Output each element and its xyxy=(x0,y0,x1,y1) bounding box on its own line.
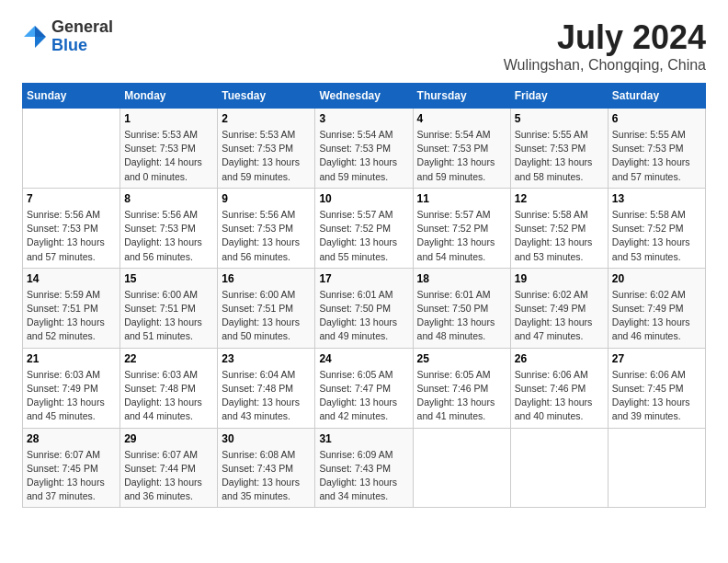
calendar-header-row: SundayMondayTuesdayWednesdayThursdayFrid… xyxy=(23,84,706,109)
calendar-cell: 27Sunrise: 6:06 AM Sunset: 7:45 PM Dayli… xyxy=(608,348,705,428)
day-info: Sunrise: 5:59 AM Sunset: 7:51 PM Dayligh… xyxy=(27,288,116,344)
calendar-cell: 24Sunrise: 6:05 AM Sunset: 7:47 PM Dayli… xyxy=(315,348,413,428)
day-number: 15 xyxy=(124,272,213,285)
title-area: July 2024 Wulingshan, Chongqing, China xyxy=(504,18,706,74)
day-number: 27 xyxy=(612,352,701,365)
day-number: 16 xyxy=(222,272,311,285)
calendar-cell: 7Sunrise: 5:56 AM Sunset: 7:53 PM Daylig… xyxy=(23,188,120,268)
day-number: 9 xyxy=(222,192,311,205)
day-number: 19 xyxy=(515,272,604,285)
day-number: 4 xyxy=(417,112,506,125)
calendar-cell: 26Sunrise: 6:06 AM Sunset: 7:46 PM Dayli… xyxy=(510,348,608,428)
day-info: Sunrise: 6:02 AM Sunset: 7:49 PM Dayligh… xyxy=(515,288,604,344)
day-number: 14 xyxy=(27,272,116,285)
calendar-cell: 12Sunrise: 5:58 AM Sunset: 7:52 PM Dayli… xyxy=(510,188,608,268)
day-number: 6 xyxy=(612,112,701,125)
day-info: Sunrise: 5:57 AM Sunset: 7:52 PM Dayligh… xyxy=(417,208,506,264)
calendar-cell: 5Sunrise: 5:55 AM Sunset: 7:53 PM Daylig… xyxy=(510,109,608,189)
day-number: 5 xyxy=(515,112,604,125)
calendar-cell: 16Sunrise: 6:00 AM Sunset: 7:51 PM Dayli… xyxy=(218,268,315,348)
day-number: 11 xyxy=(417,192,506,205)
day-info: Sunrise: 5:53 AM Sunset: 7:53 PM Dayligh… xyxy=(222,128,311,184)
day-number: 23 xyxy=(222,352,311,365)
day-info: Sunrise: 5:54 AM Sunset: 7:53 PM Dayligh… xyxy=(417,128,506,184)
week-row-2: 7Sunrise: 5:56 AM Sunset: 7:53 PM Daylig… xyxy=(23,188,706,268)
week-row-3: 14Sunrise: 5:59 AM Sunset: 7:51 PM Dayli… xyxy=(23,268,706,348)
main-title: July 2024 xyxy=(504,18,706,57)
svg-marker-1 xyxy=(35,37,46,48)
day-info: Sunrise: 5:58 AM Sunset: 7:52 PM Dayligh… xyxy=(612,208,701,264)
calendar-cell: 25Sunrise: 6:05 AM Sunset: 7:46 PM Dayli… xyxy=(413,348,510,428)
header-monday: Monday xyxy=(120,84,218,109)
header-tuesday: Tuesday xyxy=(218,84,315,109)
calendar-cell: 10Sunrise: 5:57 AM Sunset: 7:52 PM Dayli… xyxy=(315,188,413,268)
day-info: Sunrise: 5:57 AM Sunset: 7:52 PM Dayligh… xyxy=(319,208,408,264)
week-row-1: 1Sunrise: 5:53 AM Sunset: 7:53 PM Daylig… xyxy=(23,109,706,189)
calendar-cell: 11Sunrise: 5:57 AM Sunset: 7:52 PM Dayli… xyxy=(413,188,510,268)
calendar-cell: 1Sunrise: 5:53 AM Sunset: 7:53 PM Daylig… xyxy=(120,109,218,189)
day-number: 20 xyxy=(612,272,701,285)
day-info: Sunrise: 6:07 AM Sunset: 7:45 PM Dayligh… xyxy=(27,448,116,504)
day-info: Sunrise: 6:09 AM Sunset: 7:43 PM Dayligh… xyxy=(319,448,408,504)
logo: General Blue xyxy=(22,18,113,55)
day-info: Sunrise: 5:56 AM Sunset: 7:53 PM Dayligh… xyxy=(27,208,116,264)
calendar-cell: 9Sunrise: 5:56 AM Sunset: 7:53 PM Daylig… xyxy=(218,188,315,268)
day-number: 30 xyxy=(222,432,311,445)
calendar-cell: 20Sunrise: 6:02 AM Sunset: 7:49 PM Dayli… xyxy=(608,268,705,348)
day-info: Sunrise: 6:05 AM Sunset: 7:46 PM Dayligh… xyxy=(417,368,506,424)
day-info: Sunrise: 6:07 AM Sunset: 7:44 PM Dayligh… xyxy=(124,448,213,504)
day-number: 10 xyxy=(319,192,408,205)
day-info: Sunrise: 5:58 AM Sunset: 7:52 PM Dayligh… xyxy=(515,208,604,264)
calendar-cell xyxy=(510,428,608,508)
day-number: 7 xyxy=(27,192,116,205)
calendar-cell xyxy=(413,428,510,508)
calendar-cell: 22Sunrise: 6:03 AM Sunset: 7:48 PM Dayli… xyxy=(120,348,218,428)
day-info: Sunrise: 6:00 AM Sunset: 7:51 PM Dayligh… xyxy=(124,288,213,344)
day-info: Sunrise: 6:06 AM Sunset: 7:46 PM Dayligh… xyxy=(515,368,604,424)
day-number: 17 xyxy=(319,272,408,285)
day-number: 18 xyxy=(417,272,506,285)
day-number: 13 xyxy=(612,192,701,205)
calendar-cell: 4Sunrise: 5:54 AM Sunset: 7:53 PM Daylig… xyxy=(413,109,510,189)
calendar-cell xyxy=(608,428,705,508)
day-number: 25 xyxy=(417,352,506,365)
calendar-cell: 2Sunrise: 5:53 AM Sunset: 7:53 PM Daylig… xyxy=(218,109,315,189)
page-header: General Blue July 2024 Wulingshan, Chong… xyxy=(22,18,706,74)
header-saturday: Saturday xyxy=(608,84,705,109)
day-number: 3 xyxy=(319,112,408,125)
calendar-table: SundayMondayTuesdayWednesdayThursdayFrid… xyxy=(22,83,706,508)
day-number: 21 xyxy=(27,352,116,365)
day-info: Sunrise: 6:04 AM Sunset: 7:48 PM Dayligh… xyxy=(222,368,311,424)
header-wednesday: Wednesday xyxy=(315,84,413,109)
day-number: 2 xyxy=(222,112,311,125)
calendar-cell: 30Sunrise: 6:08 AM Sunset: 7:43 PM Dayli… xyxy=(218,428,315,508)
day-info: Sunrise: 6:02 AM Sunset: 7:49 PM Dayligh… xyxy=(612,288,701,344)
day-info: Sunrise: 6:06 AM Sunset: 7:45 PM Dayligh… xyxy=(612,368,701,424)
day-info: Sunrise: 6:01 AM Sunset: 7:50 PM Dayligh… xyxy=(319,288,408,344)
day-info: Sunrise: 6:00 AM Sunset: 7:51 PM Dayligh… xyxy=(222,288,311,344)
header-friday: Friday xyxy=(510,84,608,109)
day-info: Sunrise: 6:03 AM Sunset: 7:49 PM Dayligh… xyxy=(27,368,116,424)
calendar-cell: 21Sunrise: 6:03 AM Sunset: 7:49 PM Dayli… xyxy=(23,348,120,428)
header-thursday: Thursday xyxy=(413,84,510,109)
day-info: Sunrise: 5:56 AM Sunset: 7:53 PM Dayligh… xyxy=(222,208,311,264)
day-number: 22 xyxy=(124,352,213,365)
calendar-cell: 23Sunrise: 6:04 AM Sunset: 7:48 PM Dayli… xyxy=(218,348,315,428)
week-row-4: 21Sunrise: 6:03 AM Sunset: 7:49 PM Dayli… xyxy=(23,348,706,428)
calendar-cell: 28Sunrise: 6:07 AM Sunset: 7:45 PM Dayli… xyxy=(23,428,120,508)
day-number: 24 xyxy=(319,352,408,365)
day-number: 1 xyxy=(124,112,213,125)
day-number: 31 xyxy=(319,432,408,445)
logo-text: General Blue xyxy=(51,18,113,55)
calendar-cell: 19Sunrise: 6:02 AM Sunset: 7:49 PM Dayli… xyxy=(510,268,608,348)
svg-marker-2 xyxy=(24,26,35,37)
day-info: Sunrise: 5:55 AM Sunset: 7:53 PM Dayligh… xyxy=(515,128,604,184)
calendar-cell: 31Sunrise: 6:09 AM Sunset: 7:43 PM Dayli… xyxy=(315,428,413,508)
day-number: 12 xyxy=(515,192,604,205)
calendar-cell: 3Sunrise: 5:54 AM Sunset: 7:53 PM Daylig… xyxy=(315,109,413,189)
day-info: Sunrise: 5:55 AM Sunset: 7:53 PM Dayligh… xyxy=(612,128,701,184)
calendar-cell: 8Sunrise: 5:56 AM Sunset: 7:53 PM Daylig… xyxy=(120,188,218,268)
day-info: Sunrise: 5:56 AM Sunset: 7:53 PM Dayligh… xyxy=(124,208,213,264)
day-info: Sunrise: 6:03 AM Sunset: 7:48 PM Dayligh… xyxy=(124,368,213,424)
svg-marker-0 xyxy=(35,26,46,37)
